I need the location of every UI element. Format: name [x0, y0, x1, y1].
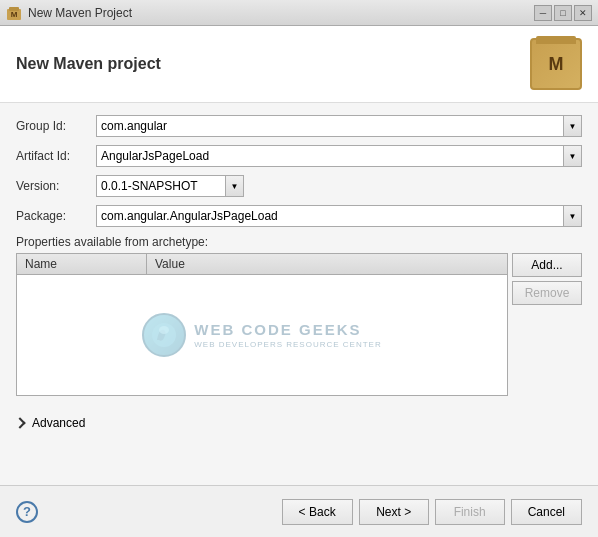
artifact-id-row: Artifact Id: ▼ — [16, 145, 582, 167]
app-icon: M — [6, 5, 22, 21]
package-input-wrap: ▼ — [96, 205, 582, 227]
group-id-label: Group Id: — [16, 119, 96, 133]
version-select-wrap: ▼ — [96, 175, 244, 197]
maximize-button[interactable]: □ — [554, 5, 572, 21]
package-row: Package: ▼ — [16, 205, 582, 227]
advanced-section[interactable]: Advanced — [16, 412, 582, 434]
next-button[interactable]: Next > — [359, 499, 429, 525]
version-row: Version: ▼ — [16, 175, 582, 197]
properties-actions: Add... Remove — [512, 253, 582, 305]
window-title: New Maven Project — [28, 6, 132, 20]
help-button[interactable]: ? — [16, 501, 38, 523]
watermark-logo: WEB CODE GEEKS WEB DEVELOPERS RESOURCE C… — [142, 313, 381, 357]
watermark: WEB CODE GEEKS WEB DEVELOPERS RESOURCE C… — [142, 313, 381, 357]
group-id-input[interactable] — [96, 115, 564, 137]
svg-text:M: M — [11, 10, 18, 19]
footer-left: ? — [16, 501, 38, 523]
remove-button[interactable]: Remove — [512, 281, 582, 305]
dialog-header: New Maven project M — [0, 26, 598, 103]
minimize-button[interactable]: ─ — [534, 5, 552, 21]
dialog-footer: ? < Back Next > Finish Cancel — [0, 485, 598, 537]
window-controls: ─ □ ✕ — [534, 5, 592, 21]
col-name-header: Name — [17, 254, 147, 274]
version-label: Version: — [16, 179, 96, 193]
group-id-row: Group Id: ▼ — [16, 115, 582, 137]
table-header: Name Value — [17, 254, 507, 275]
footer-buttons: < Back Next > Finish Cancel — [282, 499, 582, 525]
table-body[interactable]: WEB CODE GEEKS WEB DEVELOPERS RESOURCE C… — [17, 275, 507, 395]
back-button[interactable]: < Back — [282, 499, 353, 525]
add-button[interactable]: Add... — [512, 253, 582, 277]
close-button[interactable]: ✕ — [574, 5, 592, 21]
finish-button[interactable]: Finish — [435, 499, 505, 525]
package-label: Package: — [16, 209, 96, 223]
artifact-id-input[interactable] — [96, 145, 564, 167]
cancel-button[interactable]: Cancel — [511, 499, 582, 525]
advanced-label: Advanced — [32, 416, 85, 430]
artifact-id-input-wrap: ▼ — [96, 145, 582, 167]
package-dropdown-btn[interactable]: ▼ — [564, 205, 582, 227]
svg-point-4 — [159, 326, 169, 334]
artifact-id-dropdown-btn[interactable]: ▼ — [564, 145, 582, 167]
properties-wrapper: Name Value — [16, 253, 582, 404]
maven-logo-icon: M — [530, 38, 582, 90]
title-bar: M New Maven Project ─ □ ✕ — [0, 0, 598, 26]
watermark-circle — [142, 313, 186, 357]
dialog-title: New Maven project — [16, 55, 161, 73]
properties-table: Name Value — [16, 253, 508, 396]
version-input[interactable] — [96, 175, 226, 197]
version-dropdown-btn[interactable]: ▼ — [226, 175, 244, 197]
group-id-dropdown-btn[interactable]: ▼ — [564, 115, 582, 137]
advanced-arrow-icon — [14, 417, 25, 428]
group-id-input-wrap: ▼ — [96, 115, 582, 137]
watermark-text-group: WEB CODE GEEKS WEB DEVELOPERS RESOURCE C… — [194, 321, 381, 349]
artifact-id-label: Artifact Id: — [16, 149, 96, 163]
dialog: New Maven project M Group Id: ▼ Artifact… — [0, 26, 598, 537]
col-value-header: Value — [147, 254, 507, 274]
properties-label: Properties available from archetype: — [16, 235, 582, 249]
dialog-content: Group Id: ▼ Artifact Id: ▼ Version: ▼ Pa… — [0, 103, 598, 485]
package-input[interactable] — [96, 205, 564, 227]
svg-point-3 — [152, 323, 176, 347]
